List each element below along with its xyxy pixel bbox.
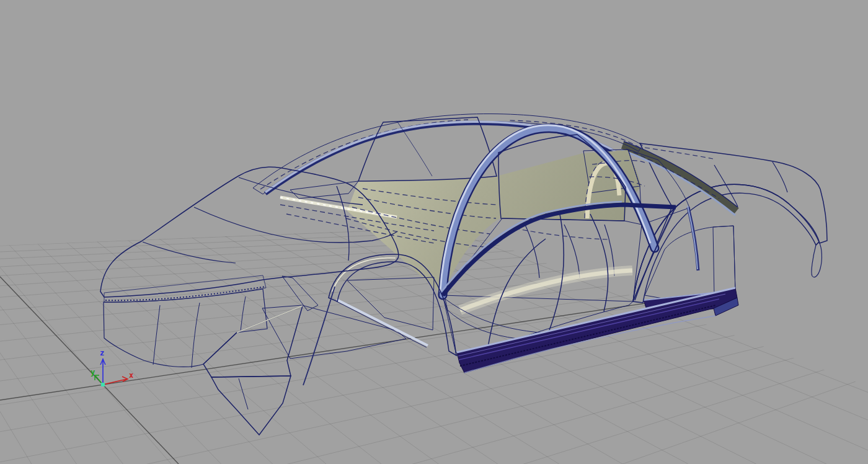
x-axis-label: x bbox=[129, 371, 133, 380]
origin-marker bbox=[101, 383, 105, 386]
y-axis-label: y bbox=[91, 368, 95, 377]
cad-viewport[interactable]: z x y bbox=[0, 0, 868, 464]
z-axis-label: z bbox=[100, 349, 104, 357]
viewport-canvas[interactable]: z x y bbox=[0, 0, 868, 464]
